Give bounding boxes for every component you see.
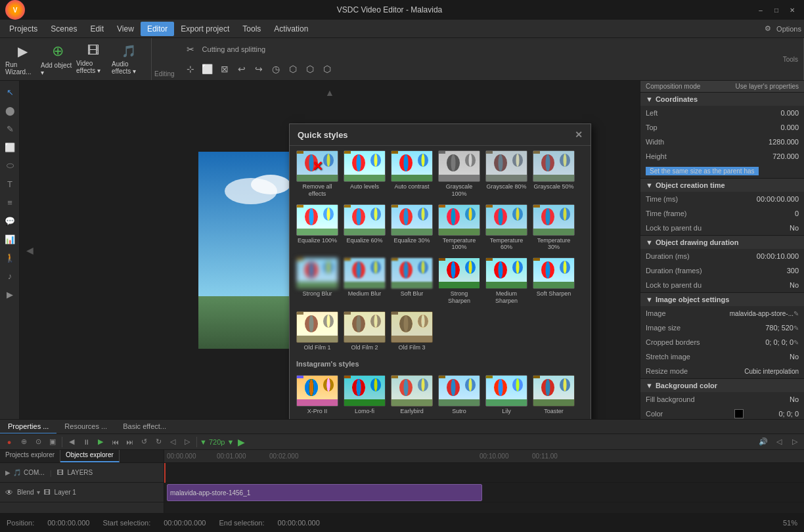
tl-redo[interactable]: ↻ bbox=[152, 436, 165, 448]
tl-grid[interactable]: ▣ bbox=[46, 436, 59, 448]
drawing-duration-header[interactable]: ▼ Object drawing duration bbox=[640, 236, 804, 249]
menu-export[interactable]: Export project bbox=[174, 22, 236, 36]
tl-undo[interactable]: ↺ bbox=[137, 436, 150, 448]
qs-item-x-pro-ii[interactable]: X-Pro II bbox=[295, 373, 340, 417]
run-wizard-button[interactable]: ▶ Run Wizard... bbox=[5, 41, 39, 78]
image-size-icon[interactable]: ✎ bbox=[793, 324, 799, 332]
menu-edit[interactable]: Edit bbox=[83, 22, 110, 36]
tl-play2[interactable]: ▶ bbox=[238, 437, 245, 447]
tl-expand[interactable]: ▶ bbox=[5, 469, 11, 476]
tool-1[interactable]: ⊹ bbox=[183, 61, 198, 77]
qs-item-equalize-30[interactable]: Equalize 30% bbox=[390, 202, 434, 254]
lp-subtitle[interactable]: ≡ bbox=[1, 194, 18, 211]
tool-5[interactable]: ↪ bbox=[251, 61, 267, 77]
lp-text[interactable]: T bbox=[1, 175, 18, 192]
qs-item-grayscale-80[interactable]: Grayscale 80% bbox=[484, 148, 529, 200]
qs-item-toaster[interactable]: Toaster bbox=[531, 373, 576, 417]
tool-9[interactable]: ⬡ bbox=[319, 61, 335, 77]
playhead[interactable] bbox=[164, 463, 166, 483]
tl-prev-kf[interactable]: ⏮ bbox=[108, 436, 122, 448]
color-swatch[interactable] bbox=[734, 409, 744, 418]
qs-item-sutro[interactable]: Sutro bbox=[437, 373, 481, 417]
time-frame-value[interactable]: 0 bbox=[746, 210, 799, 217]
lp-figure[interactable]: 🚶 bbox=[1, 249, 18, 266]
bg-color-header[interactable]: ▼ Background color bbox=[640, 379, 804, 392]
tool-4[interactable]: ↩ bbox=[234, 61, 250, 77]
menu-scenes[interactable]: Scenes bbox=[44, 22, 83, 36]
qs-item-remove-all[interactable]: Remove all effects bbox=[295, 148, 340, 200]
tab-resources[interactable]: Resources ... bbox=[56, 420, 115, 434]
projects-explorer-tab[interactable]: Projects explorer bbox=[0, 450, 60, 462]
tl-vol-down[interactable]: ◁ bbox=[772, 436, 786, 448]
tl-vol-up[interactable]: ▷ bbox=[788, 436, 801, 448]
coordinates-header[interactable]: ▼ Coordinates bbox=[640, 93, 804, 106]
tool-6[interactable]: ◷ bbox=[268, 61, 284, 77]
close-button[interactable]: ✕ bbox=[786, 3, 799, 16]
qs-item-earlybird[interactable]: Earlybird bbox=[390, 373, 434, 417]
tab-properties[interactable]: Properties ... bbox=[0, 420, 56, 434]
lp-move[interactable]: ⬤ bbox=[1, 102, 18, 119]
tl-lock[interactable]: ⊙ bbox=[32, 436, 45, 448]
fill-bg-value[interactable]: No bbox=[746, 395, 799, 403]
qs-item-medium-sharpen[interactable]: Medium Sharpen bbox=[484, 255, 529, 307]
color-value[interactable]: 0; 0; 0 bbox=[746, 410, 799, 418]
tl-record[interactable]: ● bbox=[3, 436, 16, 448]
image-settings-header[interactable]: ▼ Image object settings bbox=[640, 293, 804, 306]
add-object-button[interactable]: ⊕ Add object ▾ bbox=[41, 41, 75, 78]
tool-cut[interactable]: ✂ bbox=[183, 41, 198, 57]
tl-pause[interactable]: ⏸ bbox=[79, 436, 93, 448]
creation-time-header[interactable]: ▼ Object creation time bbox=[640, 179, 804, 192]
tool-7[interactable]: ⬡ bbox=[285, 61, 301, 77]
coord-height-value[interactable]: 720.000 bbox=[746, 152, 799, 160]
coord-top-value[interactable]: 0.000 bbox=[746, 123, 799, 131]
coord-left-value[interactable]: 0.000 bbox=[746, 109, 799, 117]
qs-item-lomo-fi[interactable]: Lomo-fi bbox=[342, 373, 387, 417]
quick-styles-scroll[interactable]: Remove all effects Auto levels bbox=[290, 146, 591, 419]
menu-tools[interactable]: Tools bbox=[236, 22, 267, 36]
time-ms-value[interactable]: 00:00:00.000 bbox=[746, 195, 799, 203]
qs-item-temp-100[interactable]: Temperature 100% bbox=[437, 202, 481, 254]
tl-step-back[interactable]: ◀ bbox=[65, 436, 78, 448]
quick-styles-close[interactable]: ✕ bbox=[575, 129, 583, 140]
qs-item-auto-levels[interactable]: Auto levels bbox=[342, 148, 387, 200]
lp-ellipse[interactable]: ⬭ bbox=[1, 157, 18, 174]
qs-item-equalize-60[interactable]: Equalize 60% bbox=[342, 202, 387, 254]
image-value[interactable]: malavida-app-store-... bbox=[730, 310, 793, 317]
video-effects-button[interactable]: 🎞 Video effects ▾ bbox=[76, 41, 110, 78]
tool-2[interactable]: ⬜ bbox=[200, 61, 215, 77]
tool-3[interactable]: ⊠ bbox=[217, 61, 233, 77]
qs-item-old-film-3[interactable]: Old Film 3 bbox=[390, 309, 434, 353]
qs-item-lily[interactable]: Lily bbox=[484, 373, 529, 417]
tab-basic-effect[interactable]: Basic effect... bbox=[115, 420, 174, 434]
duration-ms-value[interactable]: 00:00:10.000 bbox=[746, 252, 799, 260]
objects-explorer-tab[interactable]: Objects explorer bbox=[60, 450, 120, 462]
stretch-value[interactable]: No bbox=[746, 353, 799, 361]
canvas-scroll-up[interactable]: ▲ bbox=[325, 87, 334, 98]
qs-item-temp-30[interactable]: Temperature 30% bbox=[531, 202, 576, 254]
cropped-edit-icon[interactable]: ✎ bbox=[793, 339, 799, 346]
coord-width-value[interactable]: 1280.000 bbox=[746, 138, 799, 146]
qs-item-soft-blur[interactable]: Soft Blur bbox=[390, 255, 434, 307]
qs-item-grayscale-50[interactable]: Grayscale 50% bbox=[531, 148, 576, 200]
tl-play[interactable]: ▶ bbox=[94, 436, 107, 448]
lp-chart[interactable]: 📊 bbox=[1, 231, 18, 248]
menu-projects[interactable]: Projects bbox=[3, 22, 44, 36]
duration-frames-value[interactable]: 300 bbox=[746, 267, 799, 275]
tl-zoom-out[interactable]: ◁ bbox=[166, 436, 179, 448]
qs-item-strong-sharpen[interactable]: Strong Sharpen bbox=[437, 255, 481, 307]
qs-item-auto-contrast[interactable]: Auto contrast bbox=[390, 148, 434, 200]
track-visibility[interactable]: 👁 bbox=[5, 488, 13, 497]
tool-8[interactable]: ⬡ bbox=[302, 61, 318, 77]
options-label[interactable]: Options bbox=[776, 25, 801, 33]
menu-editor[interactable]: Editor bbox=[141, 22, 174, 36]
maximize-button[interactable]: □ bbox=[770, 3, 783, 16]
qs-item-old-film-1[interactable]: Old Film 1 bbox=[295, 309, 340, 353]
image-size-value[interactable]: 780; 520 bbox=[741, 324, 793, 332]
qs-item-strong-blur[interactable]: Strong Blur bbox=[295, 255, 340, 307]
qs-item-old-film-2[interactable]: Old Film 2 bbox=[342, 309, 387, 353]
audio-effects-button[interactable]: 🎵 Audio effects ▾ bbox=[112, 41, 146, 78]
qs-item-temp-60[interactable]: Temperature 60% bbox=[484, 202, 529, 254]
lock-parent2-value[interactable]: No bbox=[746, 281, 799, 289]
lp-video[interactable]: ▶ bbox=[1, 286, 18, 303]
tl-next-kf[interactable]: ⏭ bbox=[123, 436, 136, 448]
